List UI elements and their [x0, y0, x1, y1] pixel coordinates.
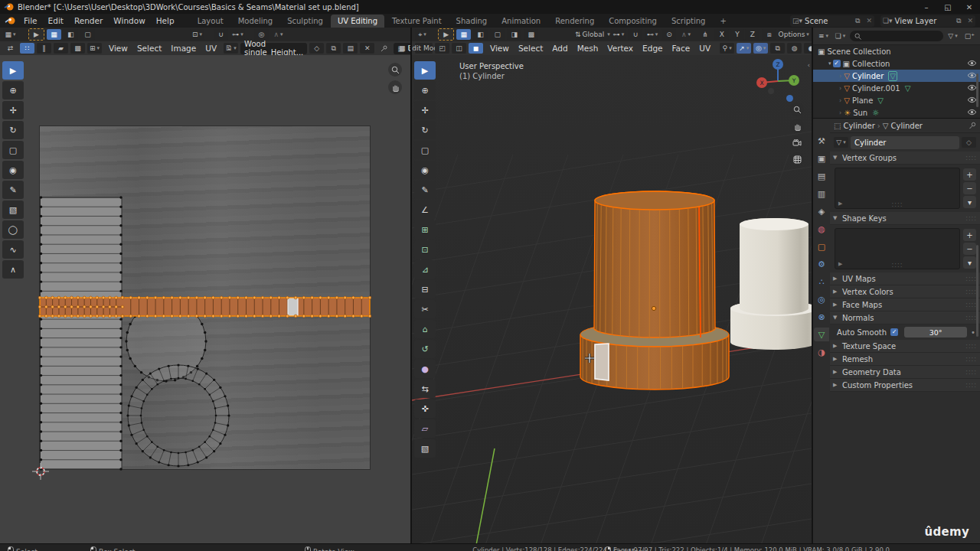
properties-tab-scene[interactable]: ◈	[814, 204, 829, 218]
close-button[interactable]: ✕	[959, 3, 980, 11]
mode-dropdown[interactable]: ▦ Edit Mode▾	[415, 43, 433, 54]
panel-header-texture-space[interactable]: ▶Texture Space::::	[830, 340, 980, 353]
auto-smooth-checkbox[interactable]: ✓	[890, 328, 898, 336]
properties-tab-object[interactable]: ▢	[814, 240, 829, 253]
expand-arrow-icon[interactable]: ▾	[828, 60, 831, 67]
properties-tab-material[interactable]: ◑	[814, 345, 829, 359]
uv-menu-uv[interactable]: UV	[201, 44, 221, 53]
outliner-display-mode-icon[interactable]: ❏▾	[833, 31, 848, 41]
properties-tab-output[interactable]: ▤	[814, 169, 829, 183]
scene-selector[interactable]: ◲▾ Scene ⧉✕	[790, 15, 874, 27]
panel-header-uv-maps[interactable]: ▶UV Maps::::	[830, 272, 980, 285]
workspace-tab-texture-paint[interactable]: Texture Paint	[385, 15, 449, 28]
panel-grip[interactable]: ::::	[965, 289, 977, 295]
uv-proportional-edit-icon[interactable]: ◎	[254, 29, 269, 40]
shear-tool-icon[interactable]: ▱	[414, 419, 436, 438]
panel-grip[interactable]: ::::	[965, 276, 977, 282]
uv-select-new-icon[interactable]: ▦	[47, 29, 61, 40]
open-image-icon[interactable]: ▤	[343, 43, 358, 54]
vp-select-subtract-icon[interactable]: ▢	[490, 29, 505, 40]
vp-select-extend-icon[interactable]: ◧	[473, 29, 488, 40]
face-select-mode-icon[interactable]: ◼	[469, 43, 483, 54]
overlays-toggle-icon[interactable]: ◎▾	[753, 43, 768, 54]
outliner-row-sun[interactable]: ›☀Sun☼	[813, 106, 980, 119]
menu-file[interactable]: File	[18, 14, 43, 28]
uv-zoom-icon[interactable]	[388, 63, 402, 77]
mirror-z-toggle[interactable]: Z	[745, 29, 760, 40]
vp-pivot-icon[interactable]: ⊶▾	[611, 29, 626, 40]
vp-select-difference-icon[interactable]: ◨	[507, 29, 521, 40]
vp-zoom-icon[interactable]	[790, 103, 804, 116]
vertex-groups-remove-button[interactable]: −	[963, 182, 976, 194]
vp-menu-mesh[interactable]: Mesh	[573, 44, 603, 53]
uv-select-extend-icon[interactable]: ◧	[64, 29, 78, 40]
rotate-tool-icon[interactable]: ↻	[2, 121, 24, 139]
spin-tool-icon[interactable]: ↺	[414, 340, 436, 358]
panel-header-custom-properties[interactable]: ▶Custom Properties::::	[830, 379, 980, 392]
new-view-layer-icon[interactable]: ⧉	[956, 17, 961, 25]
workspace-tab-modeling[interactable]: Modeling	[231, 15, 280, 28]
uv-vertex-mode-icon[interactable]: ∷	[20, 43, 34, 54]
uv-select-subtract-icon[interactable]: ▢	[80, 29, 95, 40]
vp-menu-select[interactable]: Select	[514, 44, 547, 53]
properties-tab-physics[interactable]: ◎	[814, 292, 829, 306]
auto-smooth-angle-slider[interactable]: 30°	[904, 327, 967, 337]
rip-region-tool-icon[interactable]: ▧	[414, 439, 436, 458]
maximize-button[interactable]: ◱	[937, 3, 959, 11]
uv-menu-view[interactable]: View	[104, 44, 132, 53]
properties-tab-view-layer[interactable]: ▥	[814, 187, 829, 201]
properties-tab-particles[interactable]: ∴	[814, 275, 829, 289]
image-name-field[interactable]: Wood single_Height...	[240, 43, 307, 54]
vp-canvas[interactable]: User Perspective (1) Cylinder ▶⊕✢↻▢◉✎∠⊞⊡…	[412, 55, 812, 545]
outliner-row-cylinder[interactable]: ›▽Cylinder▽	[813, 70, 980, 82]
vp-tweak-tool-icon[interactable]: ▶	[438, 28, 454, 41]
vp-options-dropdown[interactable]: Options▾	[779, 29, 808, 40]
view-layer-selector[interactable]: ❏▾ View Layer ⧉✕	[880, 15, 975, 27]
fake-user-icon[interactable]: ◇	[309, 43, 324, 54]
transform-tool-icon[interactable]: ◉	[2, 161, 24, 179]
edge-slide-tool-icon[interactable]: ⇆	[414, 380, 436, 398]
pin-icon[interactable]	[377, 43, 391, 54]
rip-region-tool-icon[interactable]: ▧	[2, 201, 24, 219]
new-scene-icon[interactable]: ⧉	[855, 17, 860, 25]
new-collection-icon[interactable]: ▢⁺	[962, 31, 977, 41]
vp-menu-add[interactable]: Add	[547, 44, 572, 53]
workspace-tab-rendering[interactable]: Rendering	[548, 15, 601, 28]
mirror-y-toggle[interactable]: Y	[730, 29, 744, 40]
edge-select-mode-icon[interactable]: ◫	[452, 43, 466, 54]
properties-tab-constraints[interactable]: ⊗	[814, 310, 829, 324]
unlink-scene-icon[interactable]: ✕	[866, 17, 872, 24]
workspace-tab-compositing[interactable]: Compositing	[602, 15, 664, 28]
panel-grip[interactable]: ::::	[965, 343, 977, 350]
relax-tool-icon[interactable]: ∿	[2, 240, 24, 259]
shrink-fatten-tool-icon[interactable]: ✜	[414, 399, 436, 418]
uv-sync-select-icon[interactable]: ⇄	[3, 43, 18, 54]
menu-render[interactable]: Render	[69, 14, 108, 28]
vp-menu-uv[interactable]: UV	[694, 44, 715, 53]
shape-keys-add-button[interactable]: +	[963, 229, 976, 241]
xray-toggle-icon[interactable]: ⧉	[770, 43, 785, 54]
scale-tool-icon[interactable]: ▢	[414, 141, 436, 159]
properties-tab-render[interactable]: ▣	[814, 152, 829, 165]
right-column-divider[interactable]	[812, 28, 813, 545]
poly-build-tool-icon[interactable]: ⌂	[414, 320, 436, 338]
outliner-row-cylinder-001[interactable]: ›▽Cylinder.001▽	[813, 82, 980, 94]
panel-grip[interactable]: ::::	[965, 382, 977, 389]
scale-tool-icon[interactable]: ▢	[2, 141, 24, 159]
extrude-region-tool-icon[interactable]: ⊞	[414, 220, 436, 239]
uv-edge-mode-icon[interactable]: ∥	[37, 43, 51, 54]
move-tool-icon[interactable]: ✢	[2, 101, 24, 119]
vp-select-new-icon[interactable]: ▦	[456, 29, 471, 40]
vp-menu-edge[interactable]: Edge	[638, 44, 667, 53]
panel-grip[interactable]: ::::	[965, 356, 977, 363]
outliner-row-collection[interactable]: ▾✓▣Collection	[813, 57, 980, 70]
grab-tool-icon[interactable]: ◯	[2, 220, 24, 239]
properties-tab-tool[interactable]: ⚒	[814, 134, 829, 148]
menu-help[interactable]: Help	[151, 14, 180, 28]
properties-tab-world[interactable]: ◍	[814, 222, 829, 236]
menu-window[interactable]: Window	[108, 14, 150, 28]
transform-tool-icon[interactable]: ◉	[414, 161, 436, 179]
uv-face-mode-icon[interactable]: ▰	[54, 43, 68, 54]
uv-tweak-tool-icon[interactable]: ▶	[28, 28, 44, 41]
vp-menu-face[interactable]: Face	[668, 44, 695, 53]
